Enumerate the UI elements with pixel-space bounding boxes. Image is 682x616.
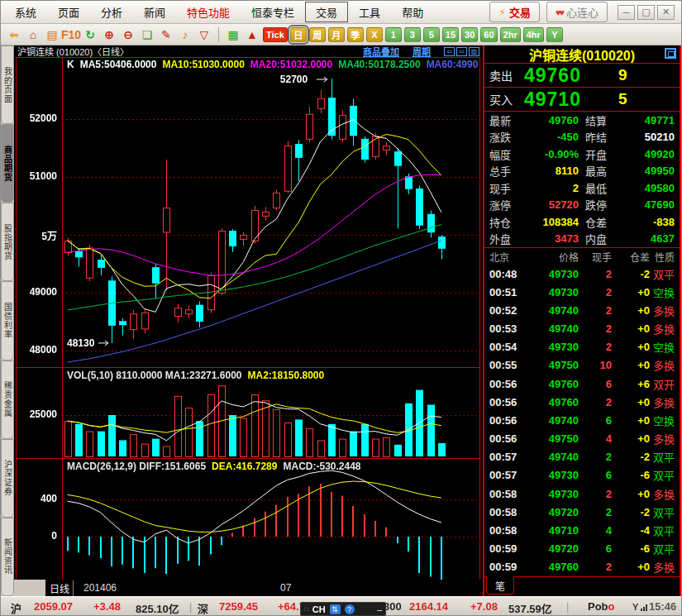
tick-row: 00:48 49730 2 -2 双平 (484, 265, 680, 283)
horn-icon[interactable]: ♪ (177, 26, 193, 43)
sidebar-tab[interactable]: 新闻资讯 (1, 518, 14, 596)
menubar: 系统页面分析新闻特色功能恒泰专栏交易工具帮助 ⚡ 交易 ♥♥ 心连心 ─ ▢ ✕ (1, 1, 681, 24)
quote-table-icon[interactable]: ▦ (225, 26, 241, 43)
notebook-icon[interactable]: ▤ (44, 26, 60, 43)
tick-row: 00:57 49740 2 -2 双平 (484, 448, 680, 466)
axis-corner (14, 580, 45, 596)
draw-icon[interactable]: ✎ (158, 26, 174, 43)
period-3m[interactable]: 3 (404, 27, 421, 42)
zoom-in-icon[interactable]: ⊕ (101, 26, 117, 43)
bid-row: 买入 49710 5 (484, 88, 680, 112)
filter-icon[interactable]: ▽ (196, 26, 212, 43)
quote-panel: 沪铜连续(010020) 卖出 49760 9 买入 49710 5 最新 49… (483, 45, 681, 596)
ime-language-bar[interactable]: ∷ CH ⇅ ? – (300, 602, 386, 616)
ime-minimize[interactable]: – (377, 604, 382, 614)
back-icon[interactable]: ⬅ (6, 26, 22, 43)
trade-button-label: 交易 (509, 4, 531, 20)
next-arrow-icon[interactable]: ⇨ (456, 47, 467, 56)
restore-window-icon[interactable] (665, 48, 676, 59)
kline-icon[interactable]: ▲ (244, 26, 260, 43)
tick-tab-row: 笔 (484, 576, 680, 596)
sidebar-tab[interactable]: 沪深证券 (1, 439, 14, 518)
menu-item[interactable]: 新闻 (133, 2, 176, 22)
menu-item[interactable]: 恒泰专栏 (241, 2, 305, 22)
close-button[interactable]: ✕ (657, 5, 675, 20)
refresh-icon[interactable]: ↻ (82, 26, 98, 43)
menu-item[interactable]: 帮助 (391, 2, 434, 22)
tick-row: 00:58 49710 4 -4 双平 (484, 521, 680, 539)
period-year[interactable]: Y (546, 27, 563, 42)
app-window: 系统页面分析新闻特色功能恒泰专栏交易工具帮助 ⚡ 交易 ♥♥ 心连心 ─ ▢ ✕… (0, 0, 682, 616)
hs300-amount: 537.59亿 (508, 600, 552, 616)
sidebar-tab[interactable]: 国债利率 (1, 281, 14, 360)
period-1m[interactable]: 1 (385, 27, 402, 42)
home-icon[interactable]: ⌂ (25, 26, 41, 43)
tick-row: 00:59 49720 6 -6 双平 (484, 540, 680, 558)
ime-grip[interactable]: ∷ (304, 605, 308, 614)
ime-help-icon[interactable]: ? (345, 604, 355, 614)
stats-row: 涨跌 -450 昨结 50210 (484, 129, 680, 146)
stats-row: 总手 8110 最高 49950 (484, 163, 680, 180)
stats-row: 现手 2 最低 49580 (484, 179, 680, 197)
tick-row: 00:56 49750 4 +0 多换 (484, 430, 680, 448)
axis-label-month1: 201406 (83, 582, 117, 594)
chart-title: 沪铜连续 (010020)〈日线〉 (17, 45, 129, 58)
period-week[interactable]: 周 (309, 27, 326, 42)
signal-icon: Y (632, 603, 647, 611)
bid-volume: 5 (618, 90, 675, 108)
period-link[interactable]: 周期 (413, 45, 431, 58)
brand-logo: Pobo (588, 600, 615, 613)
hs300-change: +7.08 (470, 600, 498, 613)
period-tick[interactable]: Tick (263, 27, 288, 42)
sep[interactable] (218, 27, 219, 42)
sh-label: 沪 (11, 600, 21, 616)
period-month[interactable]: 月 (328, 27, 345, 42)
bid-label: 买入 (489, 91, 524, 107)
sidebar: 我的页面商品期货股指期货国债利率稀贵金属沪深证券新闻资讯 (1, 45, 14, 596)
zoom-out-icon[interactable]: ⊖ (120, 26, 136, 43)
maximize-button[interactable]: ▢ (637, 5, 655, 20)
sidebar-tab[interactable]: 我的页面 (1, 45, 14, 124)
time-axis: 日线 201406 07 (14, 580, 483, 596)
period-2hr[interactable]: 2hr (500, 27, 521, 42)
menu-item[interactable]: 分析 (90, 2, 133, 22)
menu-item[interactable]: 页面 (47, 2, 90, 22)
lightning-icon: ⚡ (498, 7, 505, 18)
period-quarter[interactable]: 季 (347, 27, 364, 42)
sidebar-tab[interactable]: 稀贵金属 (1, 361, 14, 439)
chart-area: 沪铜连续 (010020)〈日线〉 商品叠加 周期 ⇦ ⇨ ▥ KMA5:504… (14, 45, 483, 596)
ime-keyboard-icon[interactable]: ⇅ (330, 604, 341, 614)
minimize-button[interactable]: ─ (618, 5, 635, 20)
kline-chart-canvas[interactable] (14, 57, 483, 581)
tick-tab[interactable]: 笔 (486, 576, 514, 595)
sidebar-tab[interactable]: 股指期货 (1, 203, 14, 281)
period-5m[interactable]: 5 (423, 27, 440, 42)
overlay-icon[interactable]: ❏ (139, 26, 155, 43)
menu-item[interactable]: 系统 (4, 2, 47, 22)
overlay-link[interactable]: 商品叠加 (363, 45, 399, 58)
period-x[interactable]: X (366, 27, 383, 42)
tick-row: 00:52 49740 2 +0 多换 (484, 301, 680, 319)
period-30m[interactable]: 30 (461, 27, 478, 42)
stats-row: 幅度 -0.90% 开盘 49920 (484, 146, 680, 163)
sh-change: +3.48 (93, 600, 121, 613)
prev-arrow-icon[interactable]: ⇦ (444, 47, 455, 56)
f10-icon[interactable]: F10 (63, 26, 79, 43)
menu-item[interactable]: 交易 (305, 2, 348, 22)
menu-item[interactable]: 特色功能 (176, 2, 241, 22)
menu-item[interactable]: 工具 (348, 2, 391, 22)
ime-lang-label[interactable]: CH (312, 604, 326, 614)
period-60m[interactable]: 60 (480, 27, 497, 42)
heart-link-button[interactable]: ♥♥ 心连心 (546, 2, 608, 22)
trade-button[interactable]: ⚡ 交易 (489, 2, 539, 22)
period-tab-label[interactable]: 日线 (46, 580, 74, 596)
stats-row: 最新 49760 结算 49771 (484, 112, 680, 129)
period-15m[interactable]: 15 (442, 27, 459, 42)
sidebar-tab[interactable]: 商品期货 (1, 124, 14, 203)
period-day[interactable]: 日 (290, 27, 307, 42)
period-4hr[interactable]: 4hr (523, 27, 544, 42)
split-view-icon[interactable]: ▥ (469, 47, 479, 56)
axis-label-month2: 07 (280, 582, 291, 594)
stats-row: 外盘 3473 内盘 4637 (484, 231, 680, 248)
clock-time: 15:46 (649, 600, 676, 613)
